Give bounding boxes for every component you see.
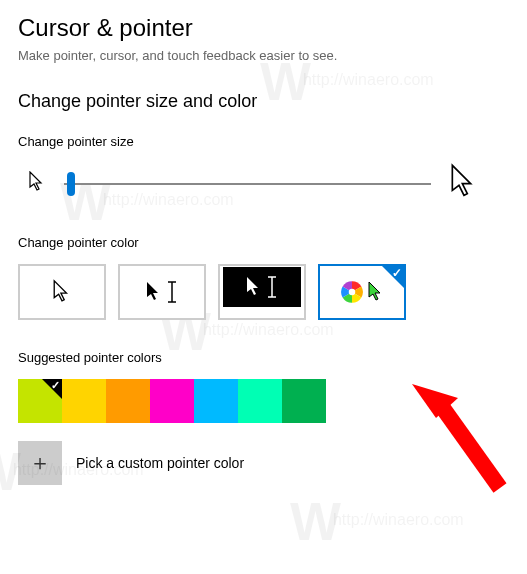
pointer-size-slider[interactable]	[64, 172, 431, 196]
pointer-size-label: Change pointer size	[18, 134, 509, 149]
option-black-cursor[interactable]	[118, 264, 206, 320]
ibeam-black-icon	[167, 281, 179, 303]
option-white-cursor[interactable]	[18, 264, 106, 320]
plus-icon: ＋	[29, 448, 51, 478]
swatch-2[interactable]	[106, 379, 150, 423]
cursor-black-icon	[145, 280, 163, 304]
page-subtitle: Make pointer, cursor, and touch feedback…	[18, 48, 509, 63]
small-cursor-icon	[28, 171, 46, 197]
add-custom-color-button[interactable]: ＋	[18, 441, 62, 485]
suggested-color-swatches	[18, 379, 509, 423]
suggested-colors-label: Suggested pointer colors	[18, 350, 509, 365]
swatch-4[interactable]	[194, 379, 238, 423]
large-cursor-icon	[449, 163, 479, 205]
pointer-color-options: ✓	[18, 264, 509, 320]
swatch-1[interactable]	[62, 379, 106, 423]
custom-color-label: Pick a custom pointer color	[76, 455, 244, 471]
color-wheel-icon	[339, 279, 365, 305]
svg-point-0	[349, 289, 356, 296]
ibeam-inverted-icon	[267, 276, 279, 298]
swatch-6[interactable]	[282, 379, 326, 423]
swatch-3[interactable]	[150, 379, 194, 423]
watermark: Whttp://winaero.com	[290, 490, 464, 552]
option-custom-color-cursor[interactable]: ✓	[318, 264, 406, 320]
pointer-color-label: Change pointer color	[18, 235, 509, 250]
cursor-white-icon	[52, 279, 72, 305]
option-inverted-cursor[interactable]	[218, 264, 306, 320]
section-heading: Change pointer size and color	[18, 91, 509, 112]
slider-thumb[interactable]	[67, 172, 75, 196]
checkmark-icon: ✓	[392, 266, 402, 280]
page-title: Cursor & pointer	[18, 14, 509, 42]
swatch-0[interactable]	[18, 379, 62, 423]
cursor-inverted-icon	[245, 275, 263, 299]
swatch-5[interactable]	[238, 379, 282, 423]
